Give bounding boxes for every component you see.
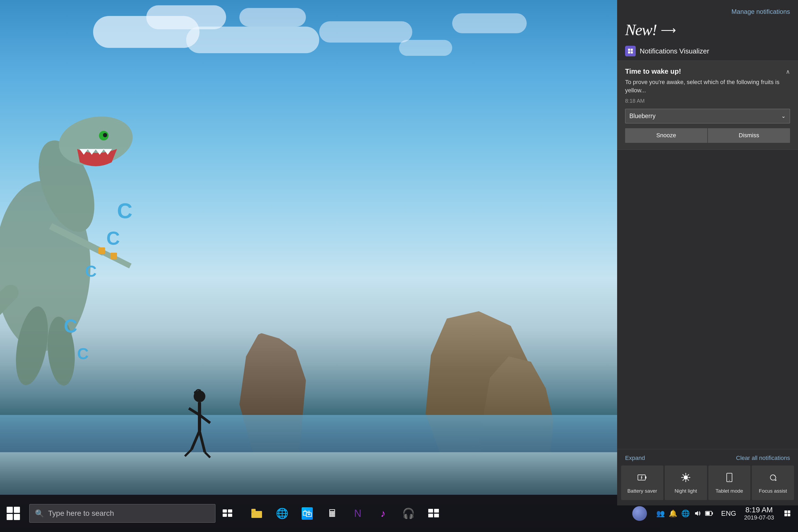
new-badge-area: New! ⟶ xyxy=(617,18,798,44)
svg-rect-46 xyxy=(228,509,232,513)
svg-line-33 xyxy=(641,477,642,479)
svg-line-39 xyxy=(683,475,684,476)
taskbar-app-onenote[interactable]: N xyxy=(346,495,370,532)
taskbar-app-edge[interactable]: 🌐 xyxy=(270,495,294,532)
start-button[interactable] xyxy=(0,495,26,532)
svg-line-41 xyxy=(688,475,689,476)
svg-rect-51 xyxy=(428,509,433,513)
notification-header: Manage notifications xyxy=(617,0,798,18)
cloud-2 xyxy=(146,5,226,29)
quick-action-tablet-mode[interactable]: Tablet mode xyxy=(708,466,750,500)
clock-date: 2019-07-03 xyxy=(744,514,774,521)
svg-text:C: C xyxy=(77,345,89,363)
focus-assist-icon xyxy=(768,473,778,484)
night-light-label: Night light xyxy=(674,488,697,494)
notification-body: To prove you're awake, select which of t… xyxy=(625,78,790,95)
search-placeholder: Type here to search xyxy=(48,509,114,518)
taskbar-app-calculator[interactable]: 🖩 xyxy=(321,495,344,532)
svg-rect-60 xyxy=(784,514,787,516)
search-icon: 🔍 xyxy=(35,509,44,518)
cloud-5 xyxy=(319,21,412,42)
svg-point-4 xyxy=(103,133,107,137)
taskbar-app-icons: 🌐 🛍 🖩 N ♪ 🎧 xyxy=(245,495,445,532)
taskbar-app-store[interactable]: 🛍 xyxy=(295,495,319,532)
people-tray-icon[interactable]: 👥 xyxy=(656,509,665,518)
onenote-icon: N xyxy=(354,508,361,519)
app-icon xyxy=(625,46,636,56)
svg-line-31 xyxy=(641,476,642,477)
svg-line-21 xyxy=(200,431,205,452)
svg-point-34 xyxy=(684,475,688,480)
taskbar-app-headphones[interactable]: 🎧 xyxy=(396,495,420,532)
cloud-7 xyxy=(452,13,527,33)
new-arrow-icon: ⟶ xyxy=(661,24,676,36)
quick-action-focus-assist[interactable]: Focus assist xyxy=(752,466,794,500)
user-avatar[interactable] xyxy=(632,506,647,521)
clock-time: 8:19 AM xyxy=(745,506,773,514)
expand-clear-row: Expand Clear all notifications xyxy=(617,449,798,466)
battery-tray-icon[interactable] xyxy=(705,510,713,517)
notification-collapse-button[interactable]: ∧ xyxy=(786,68,790,75)
dismiss-button[interactable]: Dismiss xyxy=(708,128,790,143)
svg-text:C: C xyxy=(117,199,132,223)
svg-rect-52 xyxy=(434,509,439,513)
svg-rect-27 xyxy=(628,51,630,54)
notification-timestamp: 8:18 AM xyxy=(625,98,790,104)
windows-icon-sq2 xyxy=(14,507,20,513)
groove-icon: ♪ xyxy=(381,508,386,519)
quick-action-battery-saver[interactable]: Battery saver xyxy=(621,466,663,500)
svg-point-24 xyxy=(194,391,197,394)
windows-icon-sq1 xyxy=(7,507,13,513)
tablet-mode-label: Tablet mode xyxy=(716,488,743,494)
svg-rect-58 xyxy=(784,510,787,513)
svg-rect-9 xyxy=(98,247,105,254)
notification-dropdown[interactable]: Blueberry ⌄ xyxy=(625,109,790,124)
svg-line-22 xyxy=(185,450,191,456)
svg-text:C: C xyxy=(107,228,120,249)
svg-rect-59 xyxy=(787,510,790,513)
snooze-button[interactable]: Snooze xyxy=(625,128,707,143)
svg-text:C: C xyxy=(64,316,77,337)
network-tray-icon[interactable]: 🌐 xyxy=(681,509,690,518)
task-view-icon xyxy=(223,509,232,517)
task-view-button[interactable] xyxy=(215,495,240,532)
runner-silhouette xyxy=(181,388,218,468)
svg-line-40 xyxy=(688,479,689,480)
taskbar-app-vdesktop[interactable] xyxy=(422,495,445,532)
svg-rect-45 xyxy=(223,509,227,513)
focus-assist-label: Focus assist xyxy=(759,488,787,494)
notification-actions: Snooze Dismiss xyxy=(625,128,790,143)
svg-rect-47 xyxy=(223,514,227,517)
dropdown-arrow-icon: ⌄ xyxy=(781,113,786,119)
svg-rect-30 xyxy=(645,476,646,478)
taskbar-app-groove[interactable]: ♪ xyxy=(371,495,395,532)
search-box[interactable]: 🔍 Type here to search xyxy=(29,504,215,523)
quick-action-night-light[interactable]: Night light xyxy=(665,466,707,500)
volume-tray-icon[interactable] xyxy=(694,510,701,517)
cloud-4 xyxy=(240,8,306,26)
clear-all-notifications-button[interactable]: Clear all notifications xyxy=(736,455,790,461)
language-indicator[interactable]: ENG xyxy=(719,509,739,518)
notification-bell-icon[interactable]: 🔔 xyxy=(669,509,677,518)
svg-rect-10 xyxy=(110,253,117,259)
svg-rect-57 xyxy=(706,512,710,515)
action-center-icon xyxy=(784,510,791,517)
notification-card-header: Time to wake up! ∧ xyxy=(625,67,790,76)
notification-app-header: Notifications Visualizer xyxy=(617,44,798,61)
store-icon: 🛍 xyxy=(302,507,313,520)
calculator-icon: 🖩 xyxy=(327,508,338,519)
night-light-icon xyxy=(681,473,690,484)
taskbar-app-file-explorer[interactable] xyxy=(245,495,269,532)
quick-actions-grid: Battery saver Night xyxy=(617,466,798,506)
manage-notifications-link[interactable]: Manage notifications xyxy=(732,8,790,15)
notification-card: Time to wake up! ∧ To prove you're awake… xyxy=(617,61,798,150)
svg-text:C: C xyxy=(85,262,97,280)
svg-rect-26 xyxy=(631,49,633,51)
svg-rect-50 xyxy=(251,509,255,512)
svg-line-20 xyxy=(191,431,200,450)
cloud-6 xyxy=(399,40,452,56)
svg-rect-61 xyxy=(787,514,790,516)
windows-icon xyxy=(7,507,20,520)
action-center-panel: Manage notifications New! ⟶ Notification… xyxy=(617,0,798,506)
expand-button[interactable]: Expand xyxy=(625,455,645,461)
